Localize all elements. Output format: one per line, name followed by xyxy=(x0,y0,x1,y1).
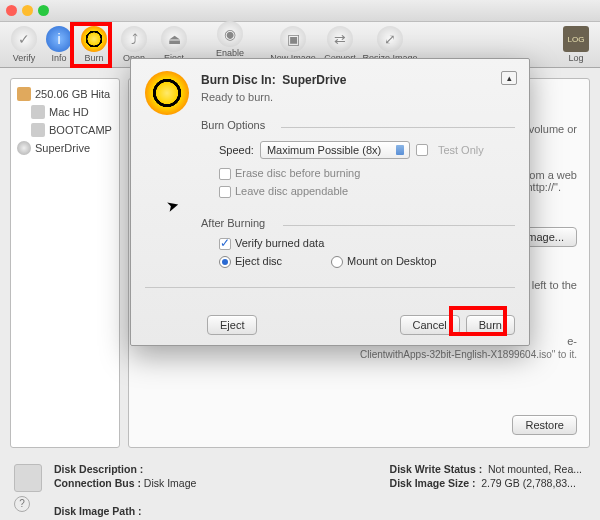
info-bar: ? Disk Description : Connection Bus : Di… xyxy=(10,460,590,512)
eject-icon: ⏏ xyxy=(161,26,187,52)
journaling-icon: ◉ xyxy=(217,21,243,47)
verify-button[interactable]: ✓Verify xyxy=(4,24,44,65)
section-label: After Burning xyxy=(201,217,271,229)
info-button[interactable]: iInfo xyxy=(44,24,74,65)
log-button[interactable]: LOGLog xyxy=(556,24,596,65)
info-right: Disk Write Status : Not mounted, Rea... … xyxy=(390,462,582,490)
new-image-icon: ▣ xyxy=(280,26,306,52)
window-controls[interactable] xyxy=(6,5,49,16)
eject-option[interactable]: Eject disc xyxy=(219,255,282,268)
appendable-option[interactable]: Leave disc appendable xyxy=(219,185,348,198)
convert-icon: ⇄ xyxy=(327,26,353,52)
sidebar-disk[interactable]: 250.06 GB Hita xyxy=(15,85,115,103)
verify-option[interactable]: Verify burned data xyxy=(219,237,324,250)
sidebar-volume-machd[interactable]: Mac HD xyxy=(15,103,115,121)
dialog-buttons: Eject Cancel Burn xyxy=(131,315,529,335)
info-icon: i xyxy=(46,26,72,52)
hint-text: e- xyxy=(567,335,577,347)
erase-checkbox[interactable] xyxy=(219,168,231,180)
appendable-checkbox[interactable] xyxy=(219,186,231,198)
test-only-label: Test Only xyxy=(438,144,484,156)
after-burning-section: After Burning xyxy=(201,217,515,229)
verify-icon: ✓ xyxy=(11,26,37,52)
speed-row: Speed: Maximum Possible (8x) Test Only xyxy=(219,141,484,159)
log-icon: LOG xyxy=(563,26,589,52)
burn-dialog: Burn Disc In: SuperDrive Ready to burn. … xyxy=(130,58,530,346)
burn-icon xyxy=(81,26,107,52)
sidebar-volume-bootcamp[interactable]: BOOTCAMP xyxy=(15,121,115,139)
minimize-icon[interactable] xyxy=(22,5,33,16)
erase-option[interactable]: Erase disc before burning xyxy=(219,167,360,180)
info-left: Disk Description : Connection Bus : Disk… xyxy=(54,462,196,518)
restore-button[interactable]: Restore xyxy=(512,415,577,435)
hint-text: from a web"http://". xyxy=(523,169,577,193)
eject-radio[interactable] xyxy=(219,256,231,268)
disk-image-icon xyxy=(14,464,42,492)
volume-icon xyxy=(31,123,45,137)
expand-button[interactable]: ▴ xyxy=(501,71,517,85)
speed-select[interactable]: Maximum Possible (8x) xyxy=(260,141,410,159)
sidebar: 250.06 GB Hita Mac HD BOOTCAMP SuperDriv… xyxy=(10,78,120,448)
sidebar-superdrive[interactable]: SuperDrive xyxy=(15,139,115,157)
help-icon[interactable]: ? xyxy=(14,496,30,512)
burn-button[interactable]: Burn xyxy=(74,24,114,65)
burn-confirm-button[interactable]: Burn xyxy=(466,315,515,335)
mount-option[interactable]: Mount on Desktop xyxy=(331,255,436,268)
burn-icon xyxy=(145,71,189,115)
resize-icon: ⤢ xyxy=(377,26,403,52)
mount-radio[interactable] xyxy=(331,256,343,268)
open-icon: ⤴ xyxy=(121,26,147,52)
volume-icon xyxy=(31,105,45,119)
test-only-checkbox[interactable] xyxy=(416,144,428,156)
burn-options-section: Burn Options xyxy=(201,119,515,131)
hint-text: volume or xyxy=(529,123,577,135)
disk-utility-window: ✓Verify iInfo Burn ⤴Open ⏏Eject ◉Enable … xyxy=(0,0,600,520)
zoom-icon[interactable] xyxy=(38,5,49,16)
divider xyxy=(145,287,515,288)
cancel-button[interactable]: Cancel xyxy=(400,315,460,335)
dialog-status: Ready to burn. xyxy=(201,91,273,103)
eject-button[interactable]: Eject xyxy=(207,315,257,335)
section-label: Burn Options xyxy=(201,119,271,131)
iso-filename: ClientwithApps-32bit-English-X1899604.is… xyxy=(360,349,577,360)
optical-icon xyxy=(17,141,31,155)
close-icon[interactable] xyxy=(6,5,17,16)
verify-checkbox[interactable] xyxy=(219,238,231,250)
dialog-title: Burn Disc In: SuperDrive xyxy=(201,73,346,87)
speed-label: Speed: xyxy=(219,144,254,156)
titlebar xyxy=(0,0,600,22)
disk-icon xyxy=(17,87,31,101)
